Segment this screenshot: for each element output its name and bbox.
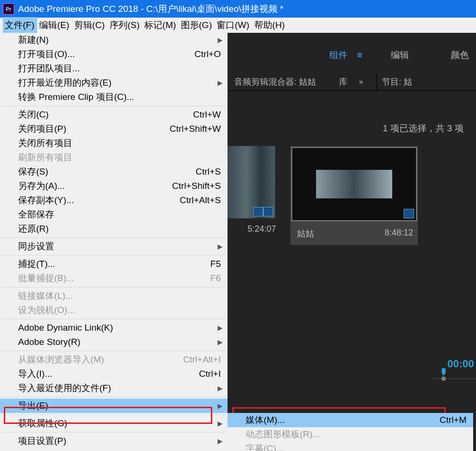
menu-item-label: 关闭项目(P) xyxy=(18,123,66,135)
menu-item-label: Adobe Story(R) xyxy=(18,337,80,347)
submenu-item-shortcut: Ctrl+M xyxy=(440,415,466,425)
menu-item[interactable]: 打开最近使用的内容(E)▶ xyxy=(0,76,228,90)
thumbnail-image xyxy=(228,146,275,218)
menu-item-label: 刷新所有项目 xyxy=(18,151,72,164)
workspace-menu-icon[interactable]: ≡ xyxy=(357,50,362,60)
menu-item[interactable]: 项目设置(P)▶ xyxy=(0,434,228,448)
tab-library[interactable]: 库 xyxy=(332,73,354,90)
export-submenu: 媒体(M)...Ctrl+M动态图形模板(R)...字幕(C)... xyxy=(228,413,473,451)
menu-item-label: 导入最近使用的文件(F) xyxy=(18,382,111,394)
menu-item-label: 转换 Premiere Clip 项目(C)... xyxy=(18,91,134,103)
menu-item[interactable]: 导入(I)...Ctrl+I xyxy=(0,367,228,381)
sequence-badge xyxy=(404,209,414,218)
submenu-item: 动态图形模板(R)... xyxy=(228,427,473,441)
program-panel-title[interactable]: 节目: 姑 xyxy=(377,73,412,90)
project-thumbnails: 5:24:07 姑姑 8:48:12 xyxy=(228,135,476,245)
submenu-arrow-icon: ▶ xyxy=(218,437,223,445)
menu-item: 链接媒体(L)... xyxy=(0,289,228,303)
menu-item-shortcut: Ctrl+I xyxy=(199,369,221,379)
menu-item-label: 还原(R) xyxy=(18,223,49,235)
thumbnail-image xyxy=(292,148,416,220)
menu-item-label: 新建(N) xyxy=(18,34,49,46)
menu-item-label: 项目设置(P) xyxy=(18,435,66,447)
menu-item-label: 导入(I)... xyxy=(18,368,52,380)
menu-window[interactable]: 窗口(W) xyxy=(215,17,252,33)
thumbnail-duration: 8:48:12 xyxy=(385,228,413,239)
submenu-arrow-icon: ▶ xyxy=(218,384,223,392)
menu-item-label: 打开最近使用的内容(E) xyxy=(18,77,111,89)
menu-edit[interactable]: 编辑(E) xyxy=(37,17,72,33)
menu-item: 刷新所有项目 xyxy=(0,150,228,165)
submenu-arrow-icon: ▶ xyxy=(218,402,223,410)
svg-marker-0 xyxy=(442,368,446,376)
menu-item-shortcut: Ctrl+Shift+S xyxy=(172,181,221,191)
menu-item[interactable]: 打开项目(O)...Ctrl+O xyxy=(0,47,228,61)
menu-item-label: 关闭(C) xyxy=(18,108,49,121)
menu-help[interactable]: 帮助(H) xyxy=(252,17,288,33)
menu-item-label: 保存(S) xyxy=(18,166,48,178)
thumbnail-duration: 5:24:07 xyxy=(248,224,276,234)
menu-item-label: 全部保存 xyxy=(18,208,54,221)
menu-item[interactable]: Adobe Dynamic Link(K)▶ xyxy=(0,321,228,335)
submenu-arrow-icon: ▶ xyxy=(218,324,223,332)
workspace-area: 组件≡编辑颜色 音频剪辑混合器: 姑姑 库 » 节目: 姑 1 项已选择，共 3… xyxy=(228,33,476,451)
menu-item[interactable]: Adobe Story(R)▶ xyxy=(0,335,228,349)
panel-tabs-row: 音频剪辑混合器: 姑姑 库 » 节目: 姑 xyxy=(228,73,476,91)
menu-separator xyxy=(1,237,227,238)
menu-item-shortcut: F5 xyxy=(210,259,221,269)
menu-item[interactable]: 关闭所有项目 xyxy=(0,136,228,150)
submenu-arrow-icon: ▶ xyxy=(218,36,223,44)
menubar: 文件(F)编辑(E)剪辑(C)序列(S)标记(M)图形(G)窗口(W)帮助(H) xyxy=(0,18,476,33)
thumbnail-item[interactable]: 姑姑 8:48:12 xyxy=(290,146,418,245)
menu-separator xyxy=(1,397,227,397)
menu-separator xyxy=(1,319,227,319)
menu-item-label: 另存为(A)... xyxy=(18,180,65,192)
menu-item[interactable]: 同步设置▶ xyxy=(0,239,228,254)
menu-item[interactable]: 关闭项目(P)Ctrl+Shift+W xyxy=(0,122,228,136)
menu-item[interactable]: 新建(N)▶ xyxy=(0,33,228,47)
menu-item-shortcut: Ctrl+S xyxy=(196,167,221,177)
thumbnail-item[interactable]: 5:24:07 xyxy=(228,146,281,245)
menu-item[interactable]: 关闭(C)Ctrl+W xyxy=(0,108,228,122)
submenu-item-label: 动态图形模板(R)... xyxy=(246,428,320,441)
menu-item[interactable]: 获取属性(G)▶ xyxy=(0,416,228,431)
menu-item-label: 从媒体浏览器导入(M) xyxy=(18,353,104,366)
window-title: Adobe Premiere Pro CC 2018 - C:\用户\likai… xyxy=(18,3,284,15)
thumbnail-name: 姑姑 xyxy=(297,228,314,239)
menu-graphics[interactable]: 图形(G) xyxy=(179,17,215,33)
tab-audio-mixer[interactable]: 音频剪辑混合器: 姑姑 xyxy=(228,73,323,90)
file-menu-dropdown: 新建(N)▶打开项目(O)...Ctrl+O打开团队项目...打开最近使用的内容… xyxy=(0,33,228,451)
menu-item[interactable]: 转换 Premiere Clip 项目(C)... xyxy=(0,90,228,104)
workspace-tab[interactable]: 颜色 xyxy=(447,49,473,61)
menu-item-label: 关闭所有项目 xyxy=(18,137,72,149)
menu-item-label: 打开项目(O)... xyxy=(18,48,75,60)
menu-item[interactable]: 还原(R) xyxy=(0,222,228,236)
menu-item-label: 设为脱机(O)... xyxy=(18,304,75,316)
menu-item[interactable]: 保存(S)Ctrl+S xyxy=(0,165,228,179)
menu-item[interactable]: 捕捉(T)...F5 xyxy=(0,257,228,271)
menu-clip[interactable]: 剪辑(C) xyxy=(72,17,108,33)
menu-item: 从媒体浏览器导入(M)Ctrl+Alt+I xyxy=(0,353,228,367)
workspace-tabs: 组件≡编辑颜色 xyxy=(228,46,476,64)
menu-item[interactable]: 全部保存 xyxy=(0,207,228,222)
workspace-tab[interactable]: 组件 xyxy=(326,49,351,61)
menu-marker[interactable]: 标记(M) xyxy=(142,17,178,33)
menu-sequence[interactable]: 序列(S) xyxy=(108,17,142,33)
submenu-item-label: 媒体(M)... xyxy=(246,414,285,426)
menu-item[interactable]: 保存副本(Y)...Ctrl+Alt+S xyxy=(0,193,228,207)
menu-item-shortcut: Ctrl+Alt+S xyxy=(179,195,221,206)
menu-item[interactable]: 另存为(A)...Ctrl+Shift+S xyxy=(0,179,228,193)
timeline-ruler[interactable] xyxy=(433,368,476,382)
workspace-tab[interactable]: 编辑 xyxy=(387,49,413,61)
menu-item[interactable]: 导出(E)▶ xyxy=(0,399,228,413)
menu-item[interactable]: 导入最近使用的文件(F)▶ xyxy=(0,381,228,395)
svg-point-2 xyxy=(442,377,446,381)
menu-item-label: 获取属性(G) xyxy=(18,417,67,430)
submenu-arrow-icon: ▶ xyxy=(218,79,223,87)
menu-item-shortcut: F6 xyxy=(210,273,221,284)
menu-file[interactable]: 文件(F) xyxy=(3,17,37,33)
menu-item[interactable]: 打开团队项目... xyxy=(0,61,228,76)
menu-item-label: 打开团队项目... xyxy=(18,62,80,75)
more-tabs-icon[interactable]: » xyxy=(354,78,368,86)
submenu-item[interactable]: 媒体(M)...Ctrl+M xyxy=(228,413,473,427)
